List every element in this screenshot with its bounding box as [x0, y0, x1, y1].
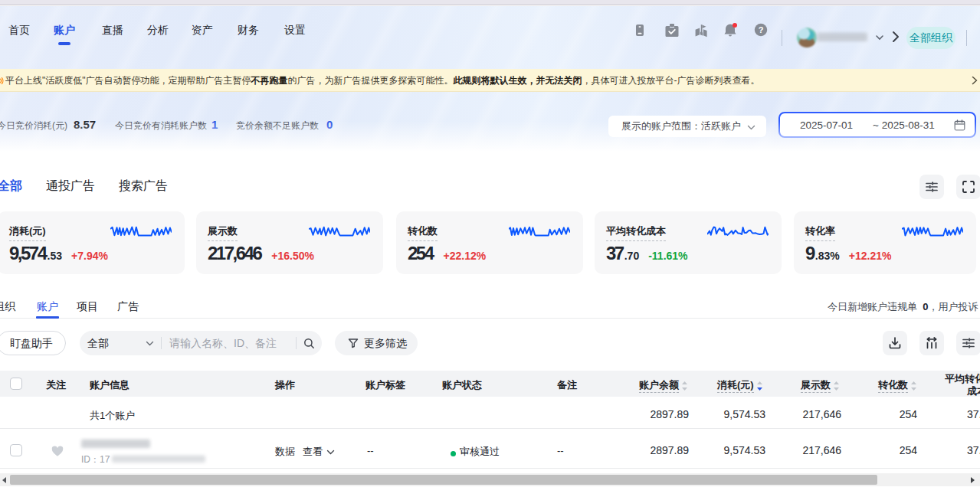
- svg-text:?: ?: [759, 25, 764, 34]
